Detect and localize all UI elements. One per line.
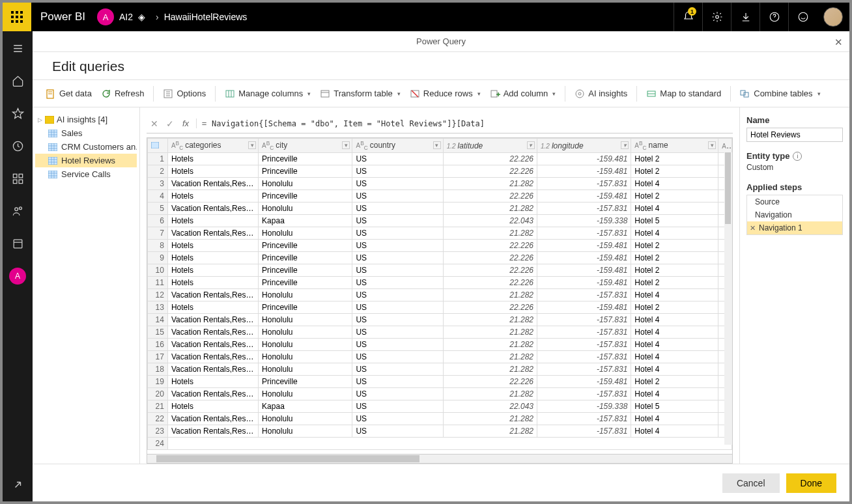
svg-point-9 xyxy=(715,16,718,19)
nav-recent[interactable] xyxy=(3,135,33,156)
horizontal-scrollbar[interactable] xyxy=(147,454,732,463)
feedback-button[interactable] xyxy=(788,3,817,31)
table-row[interactable]: 5Vacation Rentals,Resorts &...HonoluluUS… xyxy=(148,203,732,215)
query-item[interactable]: Service Calls xyxy=(35,167,137,181)
nav-expand[interactable] xyxy=(3,474,33,495)
table-row[interactable]: 8HotelsPrincevilleUS22.226-159.481Hotel … xyxy=(148,240,732,252)
table-row[interactable]: 22Vacation Rentals,Resorts &...HonoluluU… xyxy=(148,413,732,425)
table-row[interactable]: 14Vacation Rentals,Resorts &...HonoluluU… xyxy=(148,314,732,326)
download-button[interactable] xyxy=(731,3,760,31)
cancel-button[interactable]: Cancel xyxy=(722,473,780,493)
nav-apps[interactable] xyxy=(3,168,33,189)
nav-shared[interactable] xyxy=(3,201,33,221)
refresh-button[interactable]: Refresh xyxy=(101,89,145,99)
applied-steps-list: SourceNavigation✕Navigation 1 xyxy=(746,195,843,235)
svg-rect-14 xyxy=(19,174,23,178)
workspace-avatar[interactable]: A xyxy=(97,8,114,25)
combine-tables-button[interactable]: Combine tables▾ xyxy=(740,89,820,99)
app-launcher-button[interactable] xyxy=(3,3,31,31)
equals-icon: = xyxy=(196,119,208,128)
map-to-standard-button[interactable]: Map to standard xyxy=(646,89,721,99)
ribbon: Get data Refresh Options Manage columns▾… xyxy=(33,80,849,107)
applied-step[interactable]: Source xyxy=(747,195,842,208)
table-row[interactable]: 4HotelsPrincevilleUS22.226-159.481Hotel … xyxy=(148,190,732,203)
svg-rect-16 xyxy=(19,180,23,184)
fx-icon[interactable]: fx xyxy=(178,116,193,132)
column-header[interactable]: ABCcategories▾ xyxy=(167,139,258,153)
nav-menu-button[interactable] xyxy=(3,38,33,59)
table-row[interactable]: 13HotelsPrincevilleUS22.226-159.481Hotel… xyxy=(148,301,732,314)
table-row[interactable]: 23Vacation Rentals,Resorts &...HonoluluU… xyxy=(148,425,732,438)
settings-button[interactable] xyxy=(702,3,731,31)
table-row[interactable]: 21HotelsKapaaUS22.043-159.338Hotel 5 xyxy=(148,400,732,413)
nav-favorites[interactable] xyxy=(3,103,33,124)
get-data-button[interactable]: Get data xyxy=(46,89,92,99)
applied-step[interactable]: ✕Navigation 1 xyxy=(747,221,842,234)
column-header[interactable]: 1.2longitude▾ xyxy=(537,139,631,153)
svg-rect-25 xyxy=(491,91,497,97)
table-row[interactable]: 2HotelsPrincevilleUS22.226-159.481Hotel … xyxy=(148,165,732,178)
add-column-button[interactable]: Add column▾ xyxy=(490,89,556,99)
transform-table-button[interactable]: Transform table▾ xyxy=(320,89,401,99)
table-row[interactable]: 3Vacation Rentals,Resorts &...HonoluluUS… xyxy=(148,178,732,190)
svg-rect-5 xyxy=(20,16,23,18)
query-item[interactable]: Hotel Reviews xyxy=(35,154,137,167)
notification-badge: 1 xyxy=(688,7,696,16)
query-settings-panel: Name Entity type i Custom Applied steps … xyxy=(740,107,849,464)
svg-rect-15 xyxy=(13,180,17,184)
applied-step[interactable]: Navigation xyxy=(747,208,842,221)
table-row[interactable]: 12Vacation Rentals,Resorts &...HonoluluU… xyxy=(148,289,732,301)
options-button[interactable]: Options xyxy=(163,89,206,99)
svg-rect-2 xyxy=(20,11,23,14)
manage-columns-button[interactable]: Manage columns▾ xyxy=(225,89,311,99)
row-number-header[interactable] xyxy=(148,139,168,153)
table-row[interactable]: 10HotelsPrincevilleUS22.226-159.481Hotel… xyxy=(148,264,732,277)
svg-point-27 xyxy=(578,92,581,95)
column-header[interactable]: ABCcountry▾ xyxy=(352,139,443,153)
table-row[interactable]: 19HotelsPrincevilleUS22.226-159.481Hotel… xyxy=(148,376,732,388)
formula-cancel[interactable]: ✕ xyxy=(147,116,162,132)
column-header[interactable]: ABCname▾ xyxy=(631,139,718,153)
column-header[interactable]: 1.2latitude▾ xyxy=(443,139,537,153)
done-button[interactable]: Done xyxy=(786,473,836,493)
close-button[interactable]: ✕ xyxy=(834,36,843,48)
table-row[interactable]: 20Vacation Rentals,Resorts &...HonoluluU… xyxy=(148,388,732,400)
reduce-rows-button[interactable]: Reduce rows▾ xyxy=(410,89,481,99)
table-row[interactable]: 6HotelsKapaaUS22.043-159.338Hotel 5 xyxy=(148,215,732,227)
nav-home[interactable] xyxy=(3,70,33,91)
breadcrumb-workspace[interactable]: AI2 xyxy=(119,12,133,22)
info-icon[interactable]: i xyxy=(793,152,802,161)
svg-rect-36 xyxy=(151,142,159,148)
query-item[interactable]: CRM Customers an... xyxy=(35,140,137,154)
svg-rect-6 xyxy=(11,20,14,23)
table-row[interactable]: 16Vacation Rentals,Resorts &...HonoluluU… xyxy=(148,339,732,351)
formula-text[interactable]: Navigation{[Schema = "dbo", Item = "Hote… xyxy=(208,119,733,128)
table-row[interactable]: 7Vacation Rentals,Resorts &...HonoluluUS… xyxy=(148,227,732,240)
column-header[interactable]: ABCcity▾ xyxy=(259,139,352,153)
nav-workspaces[interactable] xyxy=(3,233,33,254)
premium-icon: ◈ xyxy=(138,12,145,22)
query-item[interactable]: Sales xyxy=(35,126,137,140)
vertical-scrollbar[interactable] xyxy=(724,152,732,445)
queries-folder[interactable]: ▷ AI insights [4] xyxy=(35,113,137,126)
help-button[interactable] xyxy=(760,3,788,31)
svg-rect-23 xyxy=(321,91,329,97)
table-row[interactable]: 11HotelsPrincevilleUS22.226-159.481Hotel… xyxy=(148,277,732,289)
ai-insights-button[interactable]: AI insights xyxy=(575,89,627,99)
table-row[interactable]: 18Vacation Rentals,Resorts &...HonoluluU… xyxy=(148,363,732,376)
svg-rect-31 xyxy=(45,116,54,124)
power-query-header: Power Query ✕ xyxy=(33,31,849,52)
delete-step-icon[interactable]: ✕ xyxy=(750,224,756,232)
nav-current-workspace[interactable]: A xyxy=(3,266,33,287)
table-row[interactable]: 15Vacation Rentals,Resorts &...HonoluluU… xyxy=(148,326,732,339)
nav-rail: A xyxy=(3,31,33,501)
table-row[interactable]: 9HotelsPrincevilleUS22.226-159.481Hotel … xyxy=(148,252,732,264)
query-name-input[interactable] xyxy=(746,128,843,142)
formula-accept[interactable]: ✓ xyxy=(162,116,178,132)
notifications-button[interactable]: 1 xyxy=(674,3,702,31)
table-row[interactable]: 1HotelsPrincevilleUS22.226-159.481Hotel … xyxy=(148,153,732,165)
formula-bar: ✕ ✓ fx = Navigation{[Schema = "dbo", Ite… xyxy=(147,114,733,133)
table-row[interactable]: 17Vacation Rentals,Resorts &...HonoluluU… xyxy=(148,351,732,363)
user-avatar[interactable] xyxy=(823,7,843,27)
breadcrumb-item[interactable]: HawaiiHotelReviews xyxy=(164,12,248,22)
